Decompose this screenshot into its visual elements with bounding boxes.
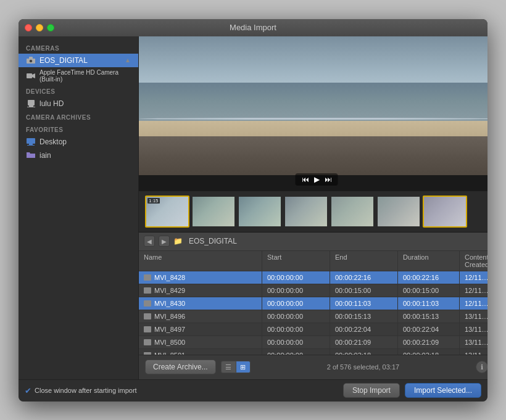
import-selected-button[interactable]: Import Selected... (405, 383, 481, 398)
file-browser: ◀ ▶ 📁 EOS_DIGITAL Name Start End Duratio… (139, 233, 487, 355)
cell-created: 13/11/2012 10:56:08 A (460, 310, 487, 323)
media-import-window: Media Import CAMERAS EOS_DIGITAL ▲ Apple… (19, 19, 487, 401)
table-header: Name Start End Duration Content Created (139, 251, 487, 271)
main-content: CAMERAS EOS_DIGITAL ▲ Apple FaceTime HD … (19, 36, 487, 379)
path-label: EOS_DIGITAL (189, 237, 237, 245)
table-row[interactable]: MVI_8500 00:00:00:00 00:00:21:09 00:00:2… (139, 336, 487, 349)
info-button[interactable]: ℹ (476, 361, 487, 373)
filmstrip-thumb-2[interactable] (191, 196, 236, 228)
cell-duration: 00:00:11:03 (398, 297, 460, 310)
close-window-check[interactable]: ✔ Close window after starting import (25, 386, 137, 395)
user-folder-icon (26, 150, 36, 160)
sidebar-item-lulu[interactable]: lulu HD (19, 97, 138, 110)
footer: ✔ Close window after starting import Sto… (19, 379, 487, 401)
list-view-button[interactable]: ☰ (221, 361, 236, 373)
checkmark-icon: ✔ (25, 386, 31, 395)
svg-rect-8 (27, 138, 35, 144)
cell-created: 13/11/2012 10:57:54 A (460, 349, 487, 355)
devices-header: DEVICES (19, 84, 138, 97)
thumb-number: 1:15 (147, 198, 160, 204)
maximize-button[interactable] (47, 24, 54, 31)
col-header-start[interactable]: Start (262, 251, 330, 271)
favorites-header: FAVORITES (19, 123, 138, 135)
file-icon (144, 326, 151, 332)
filmstrip-thumb-3[interactable] (238, 196, 282, 228)
cell-duration: 00:00:03:18 (398, 349, 460, 355)
rocks-layer (139, 136, 487, 175)
iain-label: iain (39, 151, 51, 160)
filmstrip-thumb-4[interactable] (284, 196, 328, 228)
cell-created: 12/11/2012 1:51:56 PM (460, 271, 487, 284)
file-icon (144, 274, 151, 281)
status-text: 2 of 576 selected, 03:17 (255, 363, 471, 371)
filmstrip-thumb-6[interactable] (376, 196, 421, 228)
table-row[interactable]: MVI_8496 00:00:00:00 00:00:15:13 00:00:1… (139, 310, 487, 323)
close-button[interactable] (25, 24, 32, 31)
cell-start: 00:00:00:00 (262, 336, 330, 348)
table-row[interactable]: MVI_8497 00:00:00:00 00:00:22:04 00:00:2… (139, 323, 487, 336)
rewind-button[interactable]: ⏮ (302, 175, 309, 184)
filmstrip: 1:15 (139, 191, 487, 233)
sidebar-item-eos-digital[interactable]: EOS_DIGITAL ▲ (19, 54, 138, 67)
cell-end: 00:00:03:18 (330, 349, 398, 355)
cell-end: 00:00:22:16 (330, 271, 398, 284)
svg-rect-7 (27, 107, 35, 107)
filmstrip-thumb-7[interactable] (423, 196, 467, 228)
desktop-icon (26, 137, 36, 147)
cell-end: 00:00:21:09 (330, 336, 398, 348)
table-row[interactable]: MVI_8501 00:00:00:00 00:00:03:18 00:00:0… (139, 349, 487, 355)
svg-rect-6 (29, 105, 33, 107)
cell-duration: 00:00:22:04 (398, 323, 460, 336)
sidebar-item-iain[interactable]: iain (19, 149, 138, 162)
cell-start: 00:00:00:00 (262, 284, 330, 297)
device-icon (26, 99, 36, 109)
stop-import-button[interactable]: Stop Import (343, 383, 400, 398)
filmstrip-thumb-5[interactable] (330, 196, 375, 228)
cell-created: 13/11/2012 10:56:36 A (460, 323, 487, 336)
svg-point-2 (30, 60, 33, 63)
grid-view-button[interactable]: ⊞ (236, 361, 251, 373)
table-row[interactable]: MVI_8430 00:00:00:00 00:00:11:03 00:00:1… (139, 297, 487, 310)
minimize-button[interactable] (36, 24, 43, 31)
fast-forward-button[interactable]: ⏭ (325, 175, 332, 184)
create-archive-button[interactable]: Create Archive... (145, 360, 216, 374)
col-header-end[interactable]: End (330, 251, 398, 271)
video-preview: ⏮ ▶ ⏭ (139, 36, 487, 191)
table-row[interactable]: MVI_8428 00:00:00:00 00:00:22:16 00:00:2… (139, 271, 487, 284)
filmstrip-thumb-1[interactable]: 1:15 (145, 196, 189, 228)
eos-digital-label: EOS_DIGITAL (39, 56, 88, 65)
svg-rect-5 (28, 100, 35, 105)
svg-marker-4 (32, 73, 35, 78)
cell-created: 12/11/2012 1:52:46 PM (460, 297, 487, 310)
bottom-bar: Create Archive... ☰ ⊞ 2 of 576 selected,… (139, 355, 487, 379)
cell-name: MVI_8500 (139, 336, 262, 348)
cell-name: MVI_8496 (139, 310, 262, 323)
facetime-label: Apple FaceTime HD Camera (Built-in) (39, 69, 131, 83)
cell-duration: 00:00:15:13 (398, 310, 460, 323)
sidebar-item-facetime[interactable]: Apple FaceTime HD Camera (Built-in) (19, 67, 138, 84)
cell-start: 00:00:00:00 (262, 271, 330, 284)
lulu-label: lulu HD (39, 99, 64, 108)
table-row[interactable]: MVI_8429 00:00:00:00 00:00:15:00 00:00:1… (139, 284, 487, 297)
col-header-created[interactable]: Content Created (460, 251, 487, 271)
back-button[interactable]: ◀ (144, 236, 155, 247)
video-display (139, 36, 487, 191)
svg-rect-10 (27, 145, 35, 146)
sidebar: CAMERAS EOS_DIGITAL ▲ Apple FaceTime HD … (19, 36, 139, 379)
titlebar: Media Import (19, 19, 487, 36)
cell-end: 00:00:15:00 (330, 284, 398, 297)
forward-button[interactable]: ▶ (159, 236, 170, 247)
file-icon (144, 300, 151, 307)
dropdown-arrow-icon: ▲ (125, 57, 131, 64)
svg-rect-9 (29, 144, 33, 145)
file-icon (144, 313, 151, 319)
cell-created: 12/11/2012 1:52:22 PM (460, 284, 487, 297)
cell-name: MVI_8428 (139, 271, 262, 284)
camera-icon (26, 56, 36, 65)
cell-end: 00:00:15:13 (330, 310, 398, 323)
col-header-name[interactable]: Name (139, 251, 262, 271)
play-button[interactable]: ▶ (314, 175, 320, 184)
sidebar-item-desktop[interactable]: Desktop (19, 135, 138, 149)
close-window-label: Close window after starting import (35, 387, 137, 394)
col-header-duration[interactable]: Duration (398, 251, 460, 271)
